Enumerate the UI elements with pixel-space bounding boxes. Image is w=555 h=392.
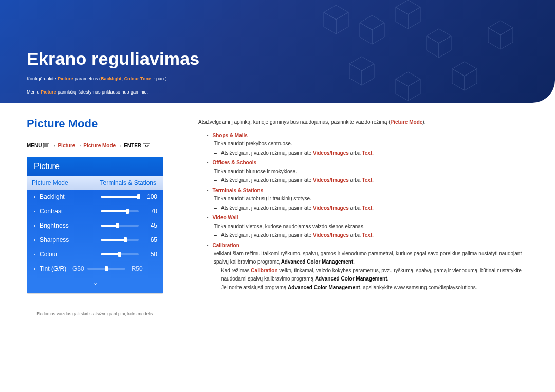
chevron-down-icon: ˅ — [94, 282, 97, 288]
banner-subtext-1: Konfigūruokite Picture parametrus (Backl… — [27, 75, 528, 82]
slider-track[interactable] — [87, 268, 125, 270]
osd-slider-row[interactable]: Contrast70 — [27, 204, 163, 218]
slider-track[interactable] — [101, 225, 139, 227]
osd-slider-label: Sharpness — [40, 236, 101, 244]
osd-tint-label: Tint (G/R) — [40, 265, 72, 272]
svg-rect-4 — [143, 143, 150, 148]
mode-desc: Tinka naudoti autobusų ir traukinių stot… — [214, 195, 530, 203]
mode-item: •Terminals & Stations — [207, 186, 530, 195]
mode-name: Offices & Schools — [213, 159, 257, 167]
mode-list: •Shops & MallsTinka naudoti prekybos cen… — [198, 132, 530, 292]
breadcrumb: MENU → Picture → Picture Mode → ENTER — [27, 143, 181, 148]
osd-tint-r: R50 — [128, 265, 143, 272]
mode-item: •Offices & Schools — [207, 159, 530, 167]
osd-slider-row[interactable]: Backlight100 — [27, 190, 163, 204]
mode-name: Video Wall — [213, 214, 238, 222]
banner-subtext-2: Meniu Picture parinkčių išdėstymas prikl… — [27, 88, 528, 96]
mode-subitem: ‒Atsižvelgiant į vaizdo režimą, pasirink… — [214, 176, 530, 184]
mode-name: Terminals & Stations — [213, 186, 264, 195]
slider-track[interactable] — [101, 196, 139, 198]
osd-slider-list: Backlight100Contrast70Brightness45Sharpn… — [27, 190, 163, 279]
osd-slider-value: 65 — [143, 236, 157, 244]
mode-name: Calibration — [213, 241, 239, 250]
mode-name: Shops & Malls — [213, 132, 248, 140]
mode-item: •Video Wall — [207, 214, 530, 222]
osd-slider-label: Brightness — [40, 222, 101, 229]
slider-track[interactable] — [101, 239, 139, 241]
osd-picture-mode-row[interactable]: Picture Mode Terminals & Stations — [27, 176, 163, 190]
osd-picture-mode-label: Picture Mode — [27, 176, 95, 190]
osd-scroll-down[interactable]: ˅ — [27, 279, 163, 293]
enter-icon — [143, 143, 150, 148]
mode-subitem: ‒Kad režimas Calibration veiktų tinkamai… — [214, 267, 530, 283]
mode-subitem: ‒Atsižvelgiant į vaizdo režimą, pasirink… — [214, 204, 530, 212]
slider-track[interactable] — [101, 210, 139, 212]
mode-desc: Tinka naudoti prekybos centruose. — [214, 140, 530, 148]
page-header: Ekrano reguliavimas Konfigūruokite Pictu… — [0, 0, 555, 103]
mode-desc: Tinka naudoti biuruose ir mokyklose. — [214, 167, 530, 176]
osd-slider-label: Backlight — [40, 193, 101, 200]
osd-slider-label: Contrast — [40, 208, 101, 215]
menu-icon — [43, 143, 49, 148]
osd-picture-mode-value: Terminals & Stations — [95, 176, 163, 190]
footnote: ―― Rodomas vaizdas gali skirtis atsižvel… — [27, 311, 181, 316]
osd-tint-g: G50 — [72, 265, 84, 272]
mode-subitem: ‒Atsižvelgiant į vaizdo režimą, pasirink… — [214, 231, 530, 239]
mode-desc: Tinka naudoti vietose, kuriose naudojama… — [214, 222, 530, 231]
osd-slider-label: Colour — [40, 251, 101, 258]
osd-slider-value: 100 — [143, 193, 157, 200]
mode-desc: veikiant šiam režimui taikomi ryškumo, s… — [214, 250, 530, 266]
mode-item: •Shops & Malls — [207, 132, 530, 140]
osd-header: Picture — [27, 157, 163, 176]
mode-subitem: ‒Atsižvelgiant į vaizdo režimą, pasirink… — [214, 149, 530, 157]
osd-panel: Picture Picture Mode Terminals & Station… — [27, 157, 163, 293]
osd-slider-row[interactable]: Brightness45 — [27, 218, 163, 233]
page-title: Ekrano reguliavimas — [27, 49, 528, 69]
intro-text: Atsižvelgdami į aplinką, kurioje gaminys… — [198, 118, 530, 126]
osd-slider-value: 45 — [143, 222, 157, 229]
osd-slider-row[interactable]: Colour50 — [27, 247, 163, 262]
divider — [27, 308, 135, 308]
mode-item: •Calibration — [207, 241, 530, 250]
mode-subitem: ‒Jei norite atsisiųsti programą Advanced… — [214, 284, 530, 292]
slider-track[interactable] — [101, 253, 139, 255]
osd-tint-row[interactable]: Tint (G/R)G50R50 — [27, 262, 163, 276]
osd-slider-value: 70 — [143, 208, 157, 215]
section-title: Picture Mode — [27, 117, 181, 130]
osd-slider-row[interactable]: Sharpness65 — [27, 233, 163, 247]
osd-slider-value: 50 — [143, 251, 157, 258]
